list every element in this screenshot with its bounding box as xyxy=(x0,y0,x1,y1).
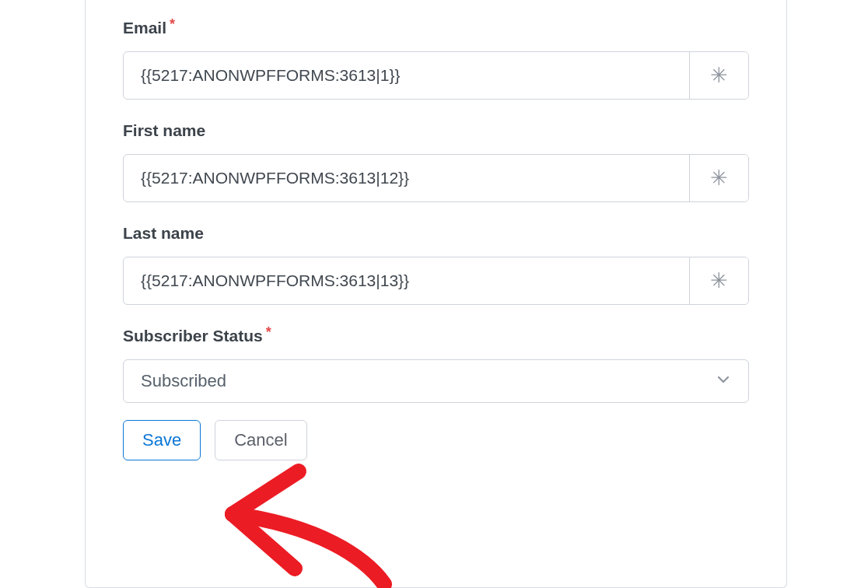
subscriber-status-select[interactable]: Subscribed xyxy=(123,359,749,403)
email-label-text: Email xyxy=(123,19,166,37)
first-name-label-text: First name xyxy=(123,121,205,140)
form-actions: Save Cancel xyxy=(123,420,749,460)
first-name-label: First name xyxy=(123,121,749,140)
last-name-label-text: Last name xyxy=(123,224,204,243)
asterisk-icon: ✳ xyxy=(710,166,728,191)
last-name-input[interactable] xyxy=(124,257,689,304)
form-panel: Email * ✳ First name ✳ Last name xyxy=(85,0,787,588)
email-input-row: ✳ xyxy=(123,51,749,100)
subscriber-status-label-text: Subscriber Status xyxy=(123,327,263,345)
first-name-input[interactable] xyxy=(124,155,689,201)
field-last-name: Last name ✳ xyxy=(123,224,749,305)
email-input[interactable] xyxy=(124,52,689,99)
cancel-button[interactable]: Cancel xyxy=(215,420,306,460)
subscriber-status-value: Subscribed xyxy=(141,371,716,391)
smart-tag-button[interactable]: ✳ xyxy=(689,257,748,304)
subscriber-status-label: Subscriber Status * xyxy=(123,327,749,345)
email-label: Email * xyxy=(123,19,749,37)
smart-tag-button[interactable]: ✳ xyxy=(689,52,748,99)
field-email: Email * ✳ xyxy=(123,19,749,100)
required-indicator: * xyxy=(170,16,175,33)
field-first-name: First name ✳ xyxy=(123,121,749,202)
asterisk-icon: ✳ xyxy=(710,268,728,293)
chevron-down-icon xyxy=(716,372,731,390)
asterisk-icon: ✳ xyxy=(710,63,728,88)
field-subscriber-status: Subscriber Status * Subscribed xyxy=(123,327,749,403)
save-button[interactable]: Save xyxy=(123,420,201,460)
first-name-input-row: ✳ xyxy=(123,154,749,202)
smart-tag-button[interactable]: ✳ xyxy=(689,155,748,201)
required-indicator: * xyxy=(266,324,271,341)
last-name-label: Last name xyxy=(123,224,749,243)
last-name-input-row: ✳ xyxy=(123,257,749,305)
